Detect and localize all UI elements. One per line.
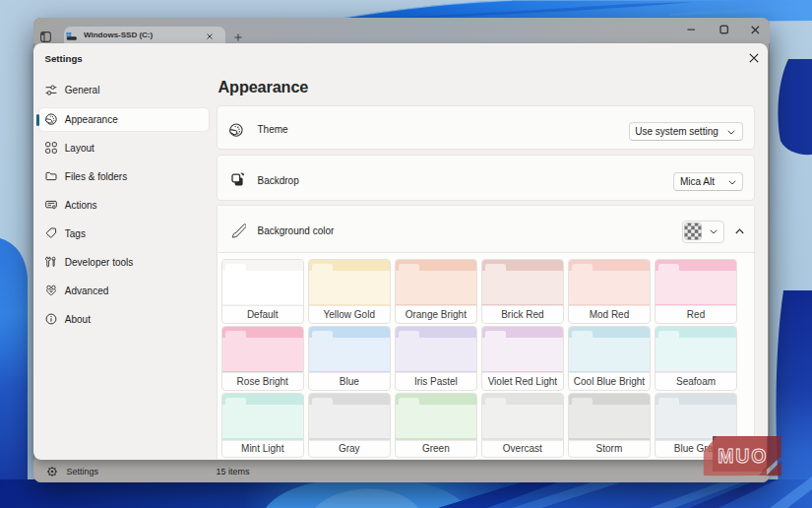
svg-text:MUO: MUO (718, 445, 768, 467)
